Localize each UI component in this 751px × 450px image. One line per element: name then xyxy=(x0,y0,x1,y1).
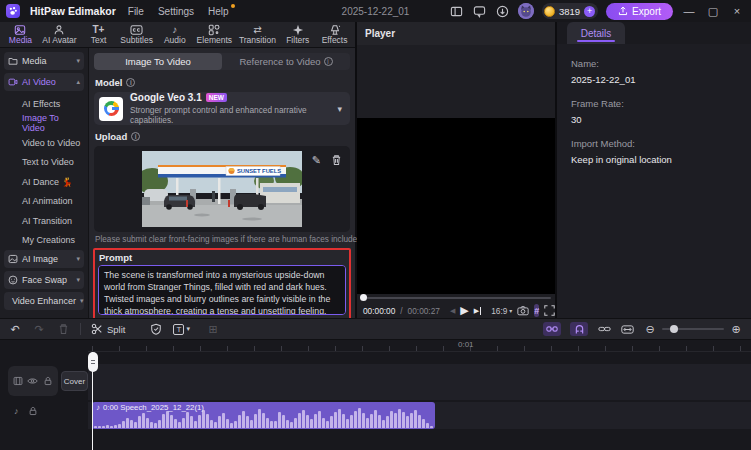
tool-transition[interactable]: ⇄ Transition xyxy=(239,24,276,45)
film-icon[interactable] xyxy=(13,376,23,386)
prompt-label: Prompt xyxy=(99,252,346,263)
sidebar-item-video-to-video[interactable]: Video to Video xyxy=(4,133,84,153)
credits-badge[interactable]: 3819 + xyxy=(542,3,598,19)
split-button[interactable]: Split xyxy=(91,323,125,335)
chevron-down-icon: ▾ xyxy=(76,57,80,65)
lock-icon[interactable] xyxy=(28,406,38,416)
zoom-out-icon[interactable]: ⊖ xyxy=(643,323,657,336)
text-tool-icon: T xyxy=(173,324,184,335)
close-button[interactable]: × xyxy=(729,5,745,17)
prompt-input[interactable]: The scene is transformed into a mysterio… xyxy=(98,265,346,315)
ai-video-icon xyxy=(8,77,18,87)
audio-track-header: ♪ xyxy=(8,406,58,416)
sidebar-item-face-swap[interactable]: Face Swap ▾ xyxy=(4,271,84,289)
edit-image-icon[interactable]: ✎ xyxy=(312,154,321,167)
model-selector[interactable]: Google Veo 3.1 NEW Stronger prompt contr… xyxy=(94,92,350,125)
magnet-icon[interactable] xyxy=(570,322,588,336)
player-title: Player xyxy=(357,22,555,45)
add-frame-icon[interactable]: ⊞ xyxy=(206,323,220,336)
info-icon: i xyxy=(131,132,140,141)
zoom-slider-knob[interactable] xyxy=(670,325,678,333)
tool-filters[interactable]: Filters xyxy=(283,24,313,45)
zoom-slider[interactable] xyxy=(662,328,724,330)
sidebar-item-my-creations[interactable]: My Creations xyxy=(4,231,84,251)
redo-icon[interactable]: ↷ xyxy=(32,323,46,336)
sidebar-item-video-enhancer[interactable]: Video Enhancer ▾ xyxy=(4,292,84,310)
fullscreen-icon[interactable] xyxy=(544,305,555,316)
name-label: Name: xyxy=(571,58,737,69)
tool-text[interactable]: T+ Text xyxy=(83,24,113,45)
prev-frame-icon[interactable]: ◀ xyxy=(450,307,455,315)
download-icon[interactable] xyxy=(495,4,510,19)
grid-overlay-icon[interactable]: # xyxy=(534,304,539,317)
next-frame-icon[interactable]: ▶ xyxy=(474,307,481,315)
layout-icon[interactable] xyxy=(449,4,464,19)
sidebar-item-ai-effects[interactable]: AI Effects xyxy=(4,94,84,114)
sidebar-item-ai-image[interactable]: AI Image ▾ xyxy=(4,250,84,268)
snapshot-icon[interactable] xyxy=(517,305,529,316)
tool-elements[interactable]: Elements xyxy=(197,24,232,45)
new-badge: NEW xyxy=(206,93,227,102)
sidebar-item-ai-dance[interactable]: AI Dance 💃 xyxy=(4,172,84,192)
divider xyxy=(80,323,81,335)
menu-file[interactable]: File xyxy=(126,6,146,17)
user-avatar[interactable] xyxy=(518,3,534,19)
sidebar-item-ai-transition[interactable]: AI Transition xyxy=(4,211,84,231)
play-icon[interactable]: ▶ xyxy=(460,304,468,317)
menu-settings[interactable]: Settings xyxy=(156,6,196,17)
ai-image-icon xyxy=(8,254,18,264)
app-window: HitPaw Edimakor File Settings Help 2025-… xyxy=(0,0,751,450)
menu-help[interactable]: Help xyxy=(206,6,231,17)
maximize-button[interactable]: ▢ xyxy=(705,5,721,18)
undo-icon[interactable]: ↶ xyxy=(8,323,22,336)
delete-image-icon[interactable] xyxy=(331,154,342,166)
delete-icon[interactable] xyxy=(56,323,70,335)
details-content: Name: 2025-12-22_01 Frame Rate: 30 Impor… xyxy=(557,44,751,318)
tool-media[interactable]: Media xyxy=(5,24,35,45)
export-button[interactable]: Export xyxy=(606,3,673,20)
music-note-icon[interactable]: ♪ xyxy=(14,406,19,416)
tab-details[interactable]: Details xyxy=(567,22,625,44)
seek-bar[interactable] xyxy=(357,294,555,302)
ruler-time-label: 0:01 xyxy=(458,340,474,349)
link-clips-icon[interactable] xyxy=(543,322,561,336)
sidebar: Media ▾ AI Video ▴ AI Effects Image To V… xyxy=(0,48,88,318)
sidebar-item-ai-video[interactable]: AI Video ▴ xyxy=(4,73,84,91)
zoom-in-icon[interactable]: ⊕ xyxy=(729,323,743,336)
scissors-icon xyxy=(91,323,103,335)
fit-timeline-icon[interactable] xyxy=(620,324,634,335)
eye-icon[interactable] xyxy=(27,376,38,386)
cover-button[interactable]: Cover xyxy=(61,371,88,391)
aspect-ratio-select[interactable]: 16:9 ▾ xyxy=(491,306,512,316)
sidebar-item-image-to-video[interactable]: Image To Video xyxy=(4,114,84,134)
timeline-ruler[interactable]: 0:01 xyxy=(88,340,751,352)
model-description: Stronger prompt control and enhanced nar… xyxy=(130,105,330,125)
sidebar-item-media[interactable]: Media ▾ xyxy=(4,52,84,70)
tool-ai-avatar[interactable]: AI Avatar xyxy=(42,24,76,45)
chain-icon[interactable] xyxy=(597,324,611,334)
lock-icon[interactable] xyxy=(43,376,53,386)
model-name: Google Veo 3.1 xyxy=(130,92,202,103)
sidebar-item-text-to-video[interactable]: Text to Video xyxy=(4,153,84,173)
tool-audio[interactable]: ♪ Audio xyxy=(160,24,190,45)
tool-subtitles[interactable]: Subtitles xyxy=(120,24,153,45)
tab-reference-to-video[interactable]: Reference to Video i xyxy=(222,53,350,70)
text-tool-button[interactable]: T ▾ xyxy=(173,324,190,335)
playhead-handle[interactable] xyxy=(88,352,98,372)
seek-knob[interactable] xyxy=(360,294,367,301)
svg-text:SUNSET FUELS: SUNSET FUELS xyxy=(237,168,281,174)
import-method-value: Keep in original location xyxy=(571,154,737,165)
sidebar-item-ai-animation[interactable]: AI Animation xyxy=(4,192,84,212)
add-credits-icon[interactable]: + xyxy=(584,6,595,17)
tab-image-to-video[interactable]: Image To Video xyxy=(94,53,222,70)
minimize-button[interactable]: — xyxy=(681,5,697,17)
upload-area[interactable]: SUNSET FUELS ✎ xyxy=(94,146,350,232)
feedback-icon[interactable] xyxy=(472,4,487,19)
current-time: 00:00:00 xyxy=(363,306,395,316)
info-icon: i xyxy=(126,78,135,87)
video-track-lane xyxy=(88,364,751,400)
tool-effects[interactable]: Effects xyxy=(320,24,350,45)
audio-clip[interactable]: ♪ 0:00 Speech_2025_12_22(1) xyxy=(92,402,435,429)
model-section-label: Model i xyxy=(95,77,350,88)
mask-icon[interactable] xyxy=(149,323,163,335)
